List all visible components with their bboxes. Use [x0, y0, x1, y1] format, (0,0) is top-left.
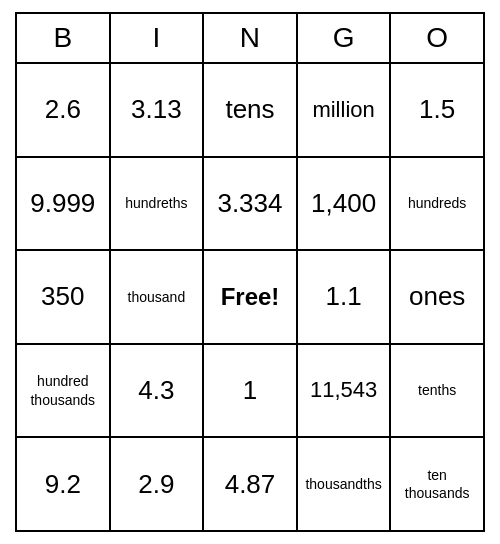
- bingo-cell-4-3: thousandths: [298, 438, 392, 530]
- bingo-row-2: 350thousandFree!1.1ones: [17, 251, 483, 345]
- cell-text-4-0: 9.2: [45, 469, 81, 500]
- cell-text-4-3: thousandths: [305, 475, 381, 493]
- bingo-cell-0-2: tens: [204, 64, 298, 156]
- cell-text-0-1: 3.13: [131, 94, 182, 125]
- bingo-row-1: 9.999hundreths3.3341,400hundreds: [17, 158, 483, 252]
- header-cell-i: I: [111, 14, 205, 62]
- bingo-cell-3-2: 1: [204, 345, 298, 437]
- bingo-cell-2-0: 350: [17, 251, 111, 343]
- bingo-cell-2-4: ones: [391, 251, 483, 343]
- bingo-cell-3-0: hundredthousands: [17, 345, 111, 437]
- header-cell-b: B: [17, 14, 111, 62]
- bingo-cell-4-4: tenthousands: [391, 438, 483, 530]
- cell-text-3-2: 1: [243, 375, 257, 406]
- bingo-cell-4-1: 2.9: [111, 438, 205, 530]
- cell-text-0-0: 2.6: [45, 94, 81, 125]
- bingo-cell-1-4: hundreds: [391, 158, 483, 250]
- cell-text-0-4: 1.5: [419, 94, 455, 125]
- bingo-cell-2-2: Free!: [204, 251, 298, 343]
- header-cell-o: O: [391, 14, 483, 62]
- cell-text-3-4: tenths: [418, 381, 456, 399]
- bingo-cell-4-0: 9.2: [17, 438, 111, 530]
- cell-text-2-4: ones: [409, 281, 465, 312]
- cell-text-1-2: 3.334: [217, 188, 282, 219]
- bingo-cell-3-1: 4.3: [111, 345, 205, 437]
- bingo-cell-3-3: 11,543: [298, 345, 392, 437]
- cell-text-0-2: tens: [225, 94, 274, 125]
- bingo-card: BINGO 2.63.13tensmillion1.59.999hundreth…: [15, 12, 485, 532]
- cell-text-1-3: 1,400: [311, 188, 376, 219]
- bingo-cell-3-4: tenths: [391, 345, 483, 437]
- cell-text-2-3: 1.1: [326, 281, 362, 312]
- cell-text-2-2: Free!: [221, 283, 280, 311]
- header-cell-g: G: [298, 14, 392, 62]
- cell-text-1-0: 9.999: [30, 188, 95, 219]
- cell-text-1-4: hundreds: [408, 194, 466, 212]
- bingo-body: 2.63.13tensmillion1.59.999hundreths3.334…: [17, 64, 483, 530]
- bingo-cell-1-3: 1,400: [298, 158, 392, 250]
- bingo-header: BINGO: [17, 14, 483, 64]
- cell-text-4-2: 4.87: [225, 469, 276, 500]
- bingo-cell-0-3: million: [298, 64, 392, 156]
- bingo-cell-1-1: hundreths: [111, 158, 205, 250]
- cell-text-4-4: tenthousands: [405, 466, 470, 502]
- cell-text-4-1: 2.9: [138, 469, 174, 500]
- cell-text-2-0: 350: [41, 281, 84, 312]
- cell-text-3-3: 11,543: [310, 377, 377, 403]
- cell-text-3-0: hundredthousands: [30, 372, 95, 408]
- bingo-row-0: 2.63.13tensmillion1.5: [17, 64, 483, 158]
- cell-text-0-3: million: [312, 97, 374, 123]
- bingo-cell-2-3: 1.1: [298, 251, 392, 343]
- bingo-cell-0-4: 1.5: [391, 64, 483, 156]
- bingo-cell-4-2: 4.87: [204, 438, 298, 530]
- cell-text-2-1: thousand: [128, 288, 186, 306]
- bingo-cell-1-2: 3.334: [204, 158, 298, 250]
- bingo-cell-0-0: 2.6: [17, 64, 111, 156]
- bingo-row-4: 9.22.94.87thousandthstenthousands: [17, 438, 483, 530]
- cell-text-3-1: 4.3: [138, 375, 174, 406]
- bingo-row-3: hundredthousands4.3111,543tenths: [17, 345, 483, 439]
- cell-text-1-1: hundreths: [125, 194, 187, 212]
- bingo-cell-0-1: 3.13: [111, 64, 205, 156]
- header-cell-n: N: [204, 14, 298, 62]
- bingo-cell-1-0: 9.999: [17, 158, 111, 250]
- bingo-cell-2-1: thousand: [111, 251, 205, 343]
